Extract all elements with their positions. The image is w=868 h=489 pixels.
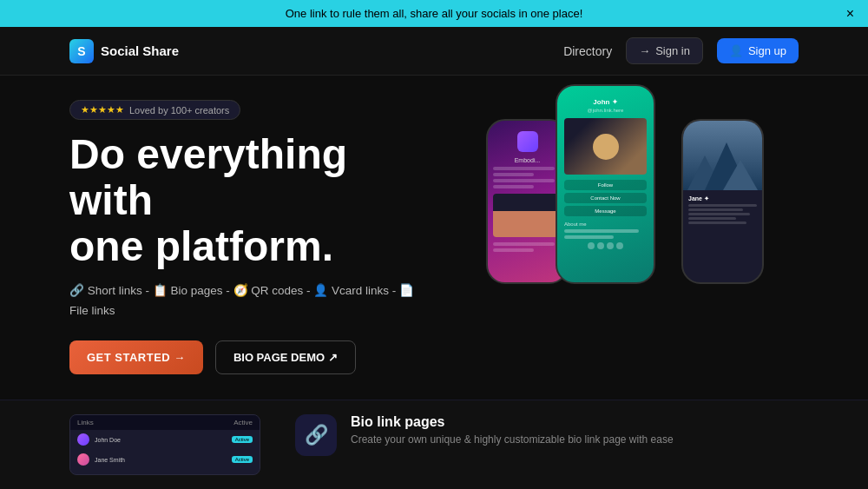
phone-line xyxy=(493,248,534,252)
signup-label: Sign up xyxy=(748,44,786,57)
user-avatar xyxy=(77,433,89,446)
nav-right: Directory → Sign in 👤 Sign up xyxy=(563,37,799,64)
user-name-1: John Doe xyxy=(95,437,227,443)
phone-right-content: Jane ✦ xyxy=(683,190,762,229)
user-avatar xyxy=(77,453,89,466)
get-started-button[interactable]: GET STARTED → xyxy=(69,340,203,374)
directory-button[interactable]: Directory xyxy=(563,44,612,58)
phone-bottom-lines xyxy=(493,242,562,252)
phone-line xyxy=(493,173,534,176)
signin-label: Sign in xyxy=(655,44,690,57)
bio-link-icon: 🔗 xyxy=(295,414,337,456)
phone-right-top xyxy=(683,121,762,190)
phone-follow-btn: Follow xyxy=(564,180,647,190)
bio-link-text: Bio link pages Create your own unique & … xyxy=(351,414,674,446)
phone-line xyxy=(688,217,736,220)
phone-social-icons xyxy=(564,242,647,249)
phone-center-handle: @john.link.here xyxy=(564,108,647,113)
status-badge-2: Active xyxy=(232,456,253,463)
logo-icon: S xyxy=(69,39,94,63)
bottom-section: Links Active John Doe Active Jane Smith … xyxy=(0,400,868,489)
logo[interactable]: S Social Share xyxy=(69,39,179,63)
banner-close-button[interactable]: × xyxy=(846,7,854,21)
brand-name: Social Share xyxy=(101,43,179,58)
dash-header-right: Active xyxy=(233,419,253,426)
bio-icon-emoji: 🔗 xyxy=(305,424,328,446)
phone-about-section: About me xyxy=(564,221,647,239)
dashboard-header: Links Active xyxy=(70,415,260,430)
dashboard-preview: Links Active John Doe Active Jane Smith … xyxy=(69,414,260,475)
dash-header-left: Links xyxy=(77,419,94,426)
bio-link-desc: Create your own unique & highly customiz… xyxy=(351,433,674,446)
dashboard-row-2: Jane Smith Active xyxy=(70,450,260,470)
phone-line xyxy=(564,229,639,233)
phone-person-image xyxy=(493,194,562,237)
social-dot xyxy=(588,242,595,249)
social-dot xyxy=(607,242,614,249)
stars-badge: ★★★★★ Loved by 100+ creators xyxy=(69,100,240,120)
badge-text: Loved by 100+ creators xyxy=(129,105,229,116)
top-banner: One link to rule them all, share all you… xyxy=(0,0,868,27)
bio-link-card: 🔗 Bio link pages Create your own unique … xyxy=(295,414,674,475)
phone-image xyxy=(493,194,562,237)
heading-line2: one platform. xyxy=(69,223,333,269)
bio-demo-button[interactable]: BIO PAGE DEMO ↗ xyxy=(215,340,356,374)
phones-container: Embodi... xyxy=(486,84,764,354)
phone-line xyxy=(493,167,555,170)
phone-line xyxy=(493,242,555,246)
logo-letter: S xyxy=(77,44,85,58)
signup-button[interactable]: 👤 Sign up xyxy=(717,38,799,63)
phone-line xyxy=(564,235,614,239)
phone-line xyxy=(493,185,534,188)
phone-center: John ✦ @john.link.here Follow Contact No… xyxy=(556,84,655,284)
phone-message-btn: Message xyxy=(564,206,647,216)
phone-center-image xyxy=(564,118,647,175)
coffee-icon xyxy=(593,134,619,160)
heading-line1: Do everything with xyxy=(69,131,347,223)
phone-about-label: About me xyxy=(564,221,647,227)
phone-app-icon xyxy=(517,131,538,152)
phone-right-name: Jane ✦ xyxy=(688,195,757,202)
mountain-shape xyxy=(723,160,758,190)
phone-right-lines xyxy=(688,204,757,224)
star-icons: ★★★★★ xyxy=(81,104,124,116)
hero-buttons: GET STARTED → BIO PAGE DEMO ↗ xyxy=(69,340,434,374)
phone-line xyxy=(493,179,555,182)
phone-line xyxy=(688,208,743,211)
phone-right: Jane ✦ xyxy=(681,119,764,284)
phone-line xyxy=(688,204,757,207)
banner-text: One link to rule them all, share all you… xyxy=(286,7,583,20)
phone-center-inner: John ✦ @john.link.here Follow Contact No… xyxy=(557,86,654,282)
phone-line xyxy=(688,221,746,224)
phone-contact-btn: Contact Now xyxy=(564,193,647,203)
phone-center-name: John ✦ xyxy=(564,98,647,106)
phone-line xyxy=(688,213,750,215)
hero-heading: Do everything with one platform. xyxy=(69,132,434,269)
phone-content-lines xyxy=(493,167,562,188)
signin-icon: → xyxy=(639,44,650,57)
social-dot xyxy=(597,242,604,249)
phone-mountains xyxy=(683,121,762,190)
dashboard-row-1: John Doe Active xyxy=(70,430,260,450)
user-name-2: Jane Smith xyxy=(95,457,227,463)
status-badge-1: Active xyxy=(232,436,253,443)
bio-link-title: Bio link pages xyxy=(351,414,674,430)
navbar: S Social Share Directory → Sign in 👤 Sig… xyxy=(0,27,868,76)
signup-icon: 👤 xyxy=(729,44,743,57)
social-dot xyxy=(616,242,623,249)
phone-about-lines xyxy=(564,229,647,239)
hero-subtext: 🔗 Short links - 📋 Bio pages - 🧭 QR codes… xyxy=(69,281,434,321)
signin-button[interactable]: → Sign in xyxy=(626,37,703,64)
phone-app-label: Embodi... xyxy=(493,157,562,163)
